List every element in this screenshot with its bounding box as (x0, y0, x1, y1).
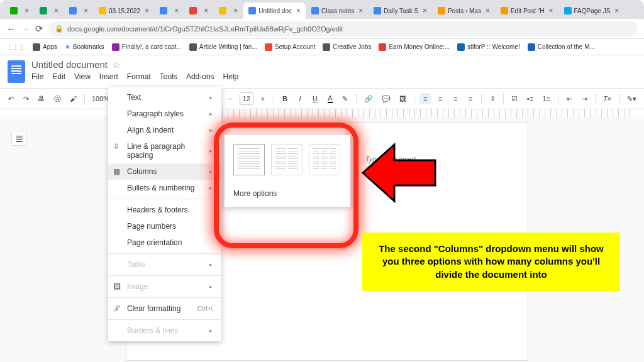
columns-option-3[interactable] (309, 144, 340, 175)
bookmark-item[interactable]: Apps (33, 43, 57, 51)
columns-option-1[interactable] (233, 144, 265, 175)
align-center-button[interactable]: ≡ (435, 93, 446, 104)
increase-indent-button[interactable]: ⇥ (579, 93, 590, 105)
browser-tab[interactable]: × (155, 3, 184, 19)
menu-page-orientation[interactable]: Page orientation (108, 234, 221, 251)
insert-link-button[interactable]: 🔗 (362, 93, 375, 105)
menu-edit[interactable]: Edit (52, 72, 65, 81)
bulleted-list-button[interactable]: •≡ (525, 93, 536, 104)
clear-format-button[interactable]: T× (601, 93, 614, 104)
menu-bullets-numbering[interactable]: Bullets & numbering▸ (108, 180, 221, 196)
close-tab-icon[interactable]: × (145, 6, 149, 15)
comment-button[interactable]: 💬 (379, 93, 393, 105)
menu-clear-formatting[interactable]: 𝒯Clear formattingCtrl+\ (108, 300, 221, 317)
close-tab-icon[interactable]: × (25, 6, 29, 15)
more-options[interactable]: More options (233, 184, 341, 198)
url-text: docs.google.com/document/d/1iCrOguSTZhIC… (67, 25, 343, 33)
bold-button[interactable]: B (279, 93, 291, 104)
align-left-button[interactable]: ≡ (419, 93, 431, 104)
menu-page-numbers[interactable]: Page numbers (108, 218, 221, 234)
menu-align-indent[interactable]: Align & indent▸ (108, 122, 221, 138)
browser-tab[interactable]: × (35, 3, 64, 19)
paint-format-button[interactable]: 🖌 (67, 93, 79, 104)
menu-paragraph-styles[interactable]: Paragraph styles▸ (108, 106, 221, 122)
editing-mode-button[interactable]: ✎▾ (625, 93, 639, 105)
close-tab-icon[interactable]: × (204, 6, 208, 15)
url-input[interactable]: 🔒 docs.google.com/document/d/1iCrOguSTZh… (48, 21, 638, 36)
columns-option-2[interactable] (271, 144, 303, 175)
numbered-list-button[interactable]: 1≡ (540, 93, 553, 104)
browser-tab[interactable]: × (184, 3, 213, 19)
forward-button[interactable]: → (21, 23, 30, 34)
close-tab-icon[interactable]: × (358, 6, 363, 15)
browser-tab[interactable]: 03.15.2022× (94, 3, 154, 19)
spellcheck-button[interactable]: Ⓐ (51, 92, 63, 106)
close-tab-icon[interactable]: × (486, 6, 490, 15)
browser-tab[interactable]: × (5, 3, 34, 19)
close-tab-icon[interactable]: × (54, 6, 58, 15)
bookmark-item[interactable]: Collection of the M... (528, 43, 595, 51)
bookmark-item[interactable]: Finally!, a card capt... (112, 43, 182, 51)
doc-title[interactable]: Untitled document (31, 59, 108, 70)
bookmark-item[interactable]: Creative Jobs (323, 43, 371, 51)
menu-tools[interactable]: Tools (160, 72, 177, 81)
menu-insert[interactable]: Insert (99, 72, 118, 81)
menu-text[interactable]: Text▸ (108, 89, 221, 106)
bookmark-item[interactable]: Article Writing | fan... (189, 43, 257, 51)
decrease-indent-button[interactable]: ⇤ (564, 93, 575, 105)
bookmark-item[interactable]: Earn Money Online:... (379, 43, 450, 51)
close-tab-icon[interactable]: × (84, 6, 88, 15)
checklist-button[interactable]: ☑ (509, 93, 521, 105)
reload-button[interactable]: ⟳ (35, 23, 43, 35)
underline-button[interactable]: U (309, 93, 321, 104)
font-size-inc[interactable]: + (257, 93, 269, 104)
ruler[interactable] (0, 109, 644, 118)
close-tab-icon[interactable]: × (614, 6, 619, 15)
menu-file[interactable]: File (31, 72, 43, 81)
bookmark-item[interactable]: Setup Account (265, 43, 316, 51)
undo-button[interactable]: ↶ (5, 93, 16, 105)
browser-tab[interactable]: Posts ‹ Mas× (433, 3, 495, 19)
back-button[interactable]: ← (6, 23, 16, 34)
highlight-button[interactable]: ✎ (340, 93, 351, 105)
browser-tab[interactable]: Daily Task S× (369, 3, 432, 19)
menu-view[interactable]: View (74, 72, 91, 81)
close-tab-icon[interactable]: × (174, 6, 179, 15)
text-color-button[interactable]: A (325, 92, 336, 105)
close-tab-icon[interactable]: × (296, 6, 301, 15)
italic-button[interactable]: I (294, 93, 306, 104)
menu-line-spacing[interactable]: ⇳Line & paragraph spacing▸ (108, 138, 221, 163)
font-size-dec[interactable]: − (225, 93, 236, 104)
star-icon[interactable]: ☆ (113, 60, 121, 70)
browser-tab[interactable]: × (64, 3, 93, 19)
browser-tab[interactable]: × (214, 3, 243, 19)
menu-format[interactable]: Format (127, 72, 151, 81)
bookmark-item[interactable]: stiforP :: Welcome! (457, 43, 520, 51)
font-size[interactable]: 12 (240, 92, 254, 105)
browser-tab[interactable]: Edit Post "H× (496, 3, 558, 19)
menu-columns[interactable]: ▦Columns▸ (108, 163, 221, 180)
close-tab-icon[interactable]: × (423, 6, 427, 15)
menu-headers-footers[interactable]: Headers & footers (108, 202, 221, 218)
menu-help[interactable]: Help (223, 72, 239, 81)
menu-bar: FileEditViewInsertFormatToolsAdd-onsHelp (31, 72, 636, 81)
columns-submenu: More options (225, 135, 350, 207)
docs-logo-icon[interactable] (8, 60, 25, 83)
insert-image-button[interactable]: 🖼 (397, 93, 409, 104)
close-tab-icon[interactable]: × (233, 6, 238, 15)
print-button[interactable]: 🖶 (35, 93, 47, 104)
browser-tab[interactable]: Class notes× (306, 3, 368, 19)
align-justify-button[interactable]: ≡ (465, 93, 476, 104)
outline-button[interactable]: ≣ (11, 131, 26, 146)
bookmark-item[interactable]: ★Bookmarks (65, 43, 104, 50)
docs-header: Untitled document ☆ FileEditViewInsertFo… (0, 55, 644, 88)
close-tab-icon[interactable]: × (549, 6, 553, 15)
browser-tab[interactable]: FAQPage JS× (559, 3, 625, 19)
line-spacing-button[interactable]: ⇳ (487, 93, 498, 105)
redo-button[interactable]: ↷ (20, 93, 31, 105)
browser-tab[interactable]: Untitled doc× (243, 3, 306, 19)
apps-icon[interactable]: ⋮⋮⋮ (6, 43, 25, 50)
address-bar: ← → ⟳ 🔒 docs.google.com/document/d/1iCrO… (0, 19, 644, 39)
menu-add-ons[interactable]: Add-ons (186, 72, 214, 81)
align-right-button[interactable]: ≡ (450, 93, 461, 104)
